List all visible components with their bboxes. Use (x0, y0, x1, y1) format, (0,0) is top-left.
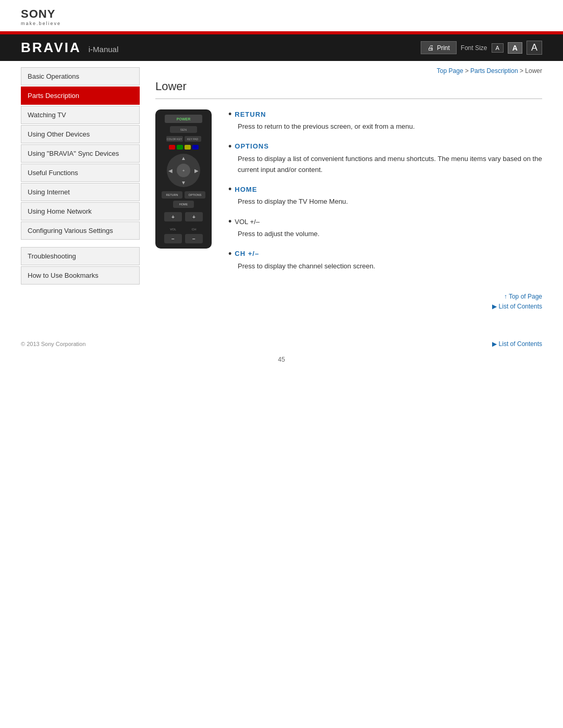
breadcrumb-sep1: > (465, 67, 470, 75)
remote-body: POWER SEN COLOR KEY (155, 109, 212, 249)
feature-home: • HOME Press to display the TV Home Menu… (228, 184, 542, 207)
sidebar-item-using-internet[interactable]: Using Internet (21, 183, 140, 201)
vol-down-button[interactable]: − (164, 234, 182, 243)
header-bar: BRAVIA i-Manual 🖨 Print Font Size A A A (0, 34, 563, 61)
sidebar-group-bottom: Troubleshooting How to Use Bookmarks (21, 247, 140, 285)
features-list: • RETURN Press to return to the previous… (228, 109, 542, 310)
feature-vol-desc: Press to adjust the volume. (238, 229, 542, 240)
ch-up-button[interactable]: + (185, 212, 203, 221)
breadcrumb-sep2: > (520, 67, 525, 75)
power-button[interactable]: POWER (165, 115, 202, 123)
bullet-options: • (228, 142, 231, 151)
feature-vol-title: • VOL +/– (228, 217, 542, 226)
sen-button[interactable]: SEN (170, 126, 197, 133)
breadcrumb: Top Page > Parts Description > Lower (155, 67, 542, 75)
main-container: Basic Operations Parts Description Watch… (0, 61, 563, 316)
breadcrumb-top-page[interactable]: Top Page (437, 67, 463, 75)
page-number: 45 (0, 356, 563, 374)
bottom-links: ↑ Top of Page ▶ List of Contents (228, 293, 542, 310)
sidebar-item-configuring-various[interactable]: Configuring Various Settings (21, 221, 140, 240)
breadcrumb-current: Lower (525, 67, 542, 75)
feature-home-title: • HOME (228, 184, 542, 194)
print-label: Print (437, 44, 450, 52)
sidebar-item-using-home-network[interactable]: Using Home Network (21, 202, 140, 220)
bullet-vol: • (228, 217, 231, 226)
feature-ch: • CH +/– Press to display the channel se… (228, 249, 542, 272)
feature-options-title: • OPTIONS (228, 142, 542, 151)
feature-ch-desc: Press to display the channel selection s… (238, 261, 542, 272)
list-of-contents-link[interactable]: ▶ List of Contents (228, 303, 542, 310)
page-title: Lower (155, 80, 542, 99)
font-medium-button[interactable]: A (508, 42, 522, 54)
sidebar-item-using-other-devices[interactable]: Using Other Devices (21, 125, 140, 143)
sidebar: Basic Operations Parts Description Watch… (21, 67, 140, 310)
bullet-home: • (228, 184, 231, 194)
feature-ch-title: • CH +/– (228, 249, 542, 258)
sidebar-item-bookmarks[interactable]: How to Use Bookmarks (21, 266, 140, 285)
copyright: © 2013 Sony Corporation (21, 341, 85, 347)
top-of-page-link[interactable]: ↑ Top of Page (228, 293, 542, 300)
imanual-label: i-Manual (89, 45, 119, 54)
breadcrumb-parts-desc[interactable]: Parts Description (470, 67, 518, 75)
sony-logo-area: SONY make.believe (0, 0, 563, 28)
sidebar-item-bravia-sync[interactable]: Using "BRAVIA" Sync Devices (21, 144, 140, 163)
key-pad-label: KEY PAD (185, 136, 201, 142)
sidebar-group-main: Basic Operations Parts Description Watch… (21, 67, 140, 240)
feature-vol: • VOL +/– Press to adjust the volume. (228, 217, 542, 240)
sidebar-item-basic-operations[interactable]: Basic Operations (21, 67, 140, 85)
footer-list-of-contents[interactable]: ▶ List of Contents (492, 340, 542, 348)
footer: © 2013 Sony Corporation ▶ List of Conten… (0, 332, 563, 356)
feature-options: • OPTIONS Press to display a list of con… (228, 142, 542, 176)
color-btn-blue[interactable] (192, 145, 199, 150)
remote-control-image: POWER SEN COLOR KEY (155, 109, 213, 249)
bravia-logo-group: BRAVIA i-Manual (21, 40, 118, 56)
sidebar-item-parts-description[interactable]: Parts Description (21, 87, 140, 105)
sony-tagline: make.believe (21, 21, 542, 26)
color-btn-green[interactable] (177, 145, 183, 150)
color-btn-red[interactable] (169, 145, 175, 150)
bravia-brand: BRAVIA (21, 40, 81, 56)
sidebar-item-useful-functions[interactable]: Useful Functions (21, 164, 140, 182)
color-key-label: COLOR KEY (166, 136, 183, 142)
vol-up-button[interactable]: + (164, 212, 182, 221)
font-size-label: Font Size (461, 44, 487, 52)
nav-ring[interactable]: + ▲ ▼ ◀ ▶ (167, 154, 200, 187)
feature-return-title: • RETURN (228, 109, 542, 119)
sidebar-item-watching-tv[interactable]: Watching TV (21, 106, 140, 124)
bullet-return: • (228, 109, 231, 119)
sidebar-item-troubleshooting[interactable]: Troubleshooting (21, 247, 140, 265)
feature-options-desc: Press to display a list of convenient fu… (238, 154, 542, 176)
feature-home-desc: Press to display the TV Home Menu. (238, 196, 542, 207)
bullet-ch: • (228, 249, 231, 258)
print-button[interactable]: 🖨 Print (421, 41, 457, 54)
home-button[interactable]: HOME (173, 201, 194, 208)
return-button[interactable]: RETURN (162, 191, 182, 199)
header-controls: 🖨 Print Font Size A A A (421, 41, 542, 55)
color-btn-yellow[interactable] (185, 145, 191, 150)
feature-return-desc: Press to return to the previous screen, … (238, 121, 542, 132)
font-large-button[interactable]: A (527, 41, 542, 55)
options-button[interactable]: OPTIONS (185, 191, 205, 199)
print-icon: 🖨 (427, 44, 434, 52)
font-small-button[interactable]: A (492, 43, 504, 53)
content-body: POWER SEN COLOR KEY (155, 109, 542, 310)
feature-return: • RETURN Press to return to the previous… (228, 109, 542, 132)
ch-down-button[interactable]: − (185, 234, 203, 243)
sony-logo: SONY (21, 7, 542, 21)
nav-center-btn[interactable]: + (177, 164, 190, 177)
content-area: Top Page > Parts Description > Lower Low… (155, 67, 542, 310)
